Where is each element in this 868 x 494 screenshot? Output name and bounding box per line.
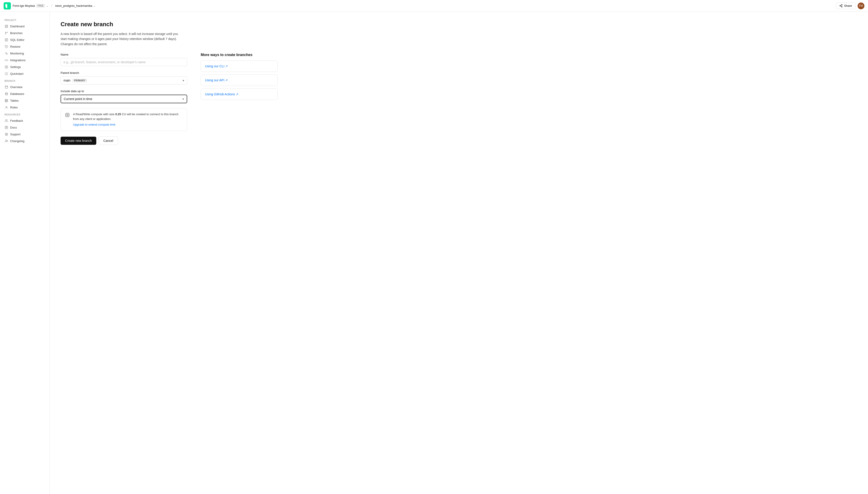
topnav-user[interactable]: Femi-ige Muyiwa FREE ⌄ — [13, 4, 49, 7]
sidebar-item-integrations[interactable]: Integrations — [0, 57, 50, 63]
button-row: Create new branch Cancel — [60, 136, 187, 145]
svg-line-6 — [841, 5, 842, 5]
svg-rect-29 — [67, 114, 68, 116]
topnav-separator: / — [51, 3, 52, 8]
include-data-group: Include data up to Current point in time… — [60, 90, 187, 103]
sidebar-label-docs: Docs — [10, 126, 17, 129]
sidebar-label-dashboard: Dashboard — [10, 25, 25, 28]
svg-rect-18 — [5, 86, 7, 88]
svg-point-22 — [5, 119, 6, 120]
svg-point-15 — [6, 60, 7, 60]
svg-point-19 — [5, 92, 7, 93]
cli-link[interactable]: Using our CLI ↗ — [205, 64, 273, 68]
monitoring-icon — [4, 52, 8, 55]
sidebar-item-feedback[interactable]: Feedback — [0, 117, 50, 124]
parent-branch-select[interactable]: main PRIMARY ▾ — [60, 76, 187, 84]
svg-rect-23 — [5, 126, 7, 129]
sidebar-item-branches[interactable]: Branches — [0, 30, 50, 36]
sidebar-item-dashboard[interactable]: Dashboard — [0, 23, 50, 30]
svg-rect-10 — [6, 26, 7, 27]
name-input[interactable] — [60, 58, 187, 66]
svg-point-16 — [6, 66, 7, 67]
content-row: Name Parent branch main PRIMARY ▾ — [60, 53, 857, 145]
page-description: A new branch is based off the parent you… — [60, 32, 183, 46]
tables-icon — [4, 99, 8, 102]
sidebar-item-roles[interactable]: Roles — [0, 104, 50, 111]
sql-editor-icon — [4, 38, 8, 41]
sidebar-label-overview: Overview — [10, 86, 22, 89]
include-data-label: Include data up to — [60, 90, 187, 93]
branches-icon — [4, 31, 8, 35]
page-title: Create new branch — [60, 21, 857, 28]
sidebar-item-quickstart[interactable]: Quickstart — [0, 70, 50, 77]
avatar[interactable]: FM — [857, 2, 864, 9]
sidebar-item-overview[interactable]: Overview — [0, 83, 50, 90]
sidebar-label-branches: Branches — [10, 32, 23, 35]
primary-badge: PRIMARY — [73, 79, 87, 82]
sidebar-label-settings: Settings — [10, 65, 21, 69]
svg-line-5 — [841, 6, 842, 6]
sidebar-label-roles: Roles — [10, 106, 18, 109]
share-button[interactable]: Share — [836, 2, 855, 9]
sidebar-item-settings[interactable]: Settings — [0, 63, 50, 70]
aside-panel: More ways to create branches Using our C… — [201, 53, 278, 102]
github-link[interactable]: Using GitHub Actions ↗ — [205, 92, 273, 96]
svg-rect-8 — [6, 25, 7, 26]
create-branch-button[interactable]: Create new branch — [60, 137, 96, 145]
sidebar-label-support: Support — [10, 133, 21, 136]
topnav-right: Share FM — [836, 2, 864, 9]
upgrade-link[interactable]: Upgrade to extend compute limit — [73, 122, 183, 127]
include-data-select[interactable]: Current point in time ▾ — [60, 95, 187, 103]
api-link[interactable]: Using our API ↗ — [205, 78, 273, 82]
share-label: Share — [844, 4, 852, 7]
aside-title: More ways to create branches — [201, 53, 278, 57]
sidebar-item-docs[interactable]: Docs — [0, 124, 50, 131]
compute-icon — [65, 113, 70, 118]
svg-point-12 — [5, 34, 6, 34]
aside-card-github[interactable]: Using GitHub Actions ↗ — [201, 89, 278, 100]
logo[interactable] — [4, 2, 11, 10]
docs-icon — [4, 126, 8, 129]
topnav-project[interactable]: neon_postgres_hackmamba ⌄ — [55, 4, 96, 7]
sidebar-label-restore: Restore — [10, 45, 21, 48]
aside-card-cli[interactable]: Using our CLI ↗ — [201, 60, 278, 72]
user-badge: FREE — [36, 4, 45, 7]
sidebar-item-support[interactable]: Support — [0, 131, 50, 137]
svg-point-21 — [6, 106, 7, 107]
sidebar: PROJECT Dashboard Branches SQL Editor Re… — [0, 12, 50, 494]
name-label: Name — [60, 53, 187, 56]
svg-rect-7 — [5, 25, 6, 26]
main-content: Create new branch A new branch is based … — [50, 12, 868, 494]
sidebar-label-monitoring: Monitoring — [10, 52, 24, 55]
sidebar-label-feedback: Feedback — [10, 119, 23, 122]
sidebar-item-sql-editor[interactable]: SQL Editor — [0, 36, 50, 43]
svg-rect-20 — [5, 99, 7, 102]
sidebar-item-restore[interactable]: Restore — [0, 43, 50, 50]
name-group: Name — [60, 53, 187, 66]
cancel-button[interactable]: Cancel — [98, 136, 118, 145]
sidebar-label-tables: Tables — [10, 99, 19, 102]
topnav: Femi-ige Muyiwa FREE ⌄ / neon_postgres_h… — [0, 0, 868, 12]
sidebar-label-databases: Databases — [10, 92, 24, 96]
include-data-value: Current point in time — [64, 97, 92, 101]
svg-point-26 — [5, 139, 6, 141]
parent-branch-value: main — [63, 79, 70, 82]
sidebar-item-databases[interactable]: Databases — [0, 90, 50, 97]
resources-section-label: RESOURCES — [0, 111, 50, 117]
sidebar-label-sql-editor: SQL Editor — [10, 38, 24, 41]
branch-section-label: BRANCH — [0, 77, 50, 83]
sidebar-item-tables[interactable]: Tables — [0, 97, 50, 104]
integrations-icon — [4, 58, 8, 62]
aside-card-api[interactable]: Using our API ↗ — [201, 75, 278, 86]
dashboard-icon — [4, 24, 8, 28]
sidebar-label-integrations: Integrations — [10, 58, 25, 62]
parent-branch-label: Parent branch — [60, 71, 187, 75]
sidebar-label-quickstart: Quickstart — [10, 72, 23, 75]
sidebar-item-monitoring[interactable]: Monitoring — [0, 50, 50, 57]
user-chevron-icon: ⌄ — [47, 4, 49, 7]
svg-point-11 — [5, 32, 6, 33]
changelog-icon — [4, 139, 8, 143]
restore-icon — [4, 45, 8, 48]
sidebar-item-changelog[interactable]: Changelog — [0, 137, 50, 144]
feedback-icon — [4, 119, 8, 122]
